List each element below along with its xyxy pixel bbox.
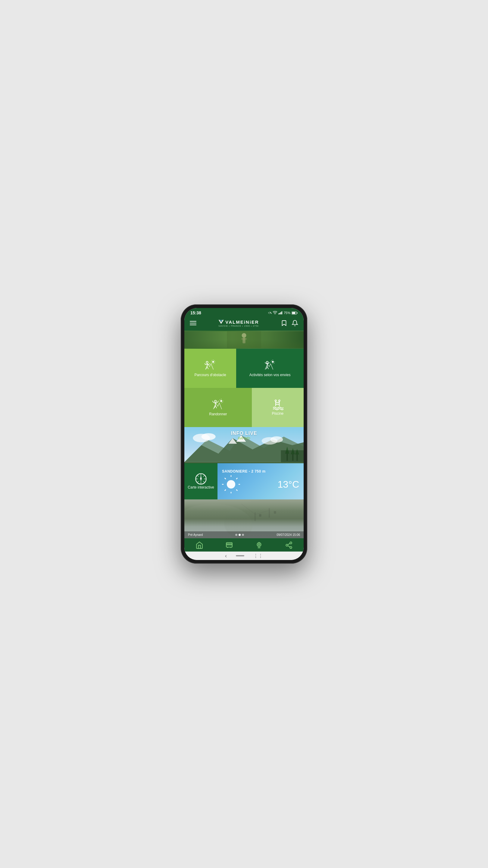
- svg-marker-9: [219, 320, 224, 324]
- logo-subtitle: SAVOIE • FRANCE • 1500 • 2750: [218, 325, 259, 327]
- home-gesture[interactable]: [236, 555, 244, 556]
- svg-line-28: [207, 364, 209, 364]
- info-live-section[interactable]: INFO LIVE live info: [184, 427, 304, 463]
- compass-icon: [195, 472, 207, 485]
- activites-label: Activités selon vos envies: [250, 373, 291, 378]
- svg-point-65: [275, 400, 276, 401]
- svg-point-66: [278, 400, 280, 401]
- svg-line-38: [271, 360, 271, 361]
- parcours-icon: [204, 359, 216, 373]
- svg-point-117: [257, 542, 261, 547]
- battery-text: 75%: [284, 311, 290, 315]
- dot-2[interactable]: [238, 534, 241, 536]
- svg-line-56: [216, 405, 217, 408]
- svg-rect-2: [278, 313, 279, 314]
- grid-row-2: Randonner Piscine: [184, 388, 304, 427]
- svg-line-91: [198, 475, 198, 476]
- svg-line-101: [236, 490, 237, 491]
- svg-line-52: [222, 402, 223, 402]
- svg-point-16: [212, 361, 214, 363]
- recents-gesture[interactable]: ⋮⋮: [253, 553, 263, 559]
- sun-icon: [222, 475, 240, 493]
- nav-webcam[interactable]: [255, 541, 263, 549]
- webcam-overlay: Pré Aynard 09/07/2024 15:06: [184, 531, 304, 538]
- phone-screen: 15:38 75%: [184, 308, 304, 560]
- svg-rect-7: [297, 312, 298, 313]
- svg-line-32: [209, 363, 209, 365]
- svg-line-43: [267, 367, 268, 369]
- svg-line-102: [236, 478, 237, 479]
- svg-line-122: [288, 546, 290, 547]
- hero-bg: [184, 331, 304, 349]
- nav-transport[interactable]: [225, 541, 233, 549]
- nav-share[interactable]: [285, 541, 293, 549]
- info-live-subtitle: live info: [184, 436, 304, 440]
- weather-cell[interactable]: SANDONIERE - 2 750 m 13°C: [218, 463, 304, 499]
- bottom-nav: [184, 538, 304, 552]
- dot-3[interactable]: [242, 534, 244, 536]
- parcours-label: Parcours d'obstacle: [195, 373, 226, 378]
- logo-text: VALMEiNiER: [225, 319, 259, 324]
- svg-point-13: [241, 333, 246, 338]
- svg-line-92: [203, 481, 204, 482]
- webcam-dots: [235, 534, 244, 536]
- svg-line-31: [205, 363, 205, 365]
- logo-area: VALMEiNiER SAVOIE • FRANCE • 1500 • 2750: [218, 319, 259, 327]
- weather-main: 13°C: [222, 475, 299, 493]
- svg-point-53: [215, 400, 216, 402]
- info-live-text: INFO LIVE live info: [184, 431, 304, 440]
- svg-line-24: [212, 363, 212, 363]
- svg-point-118: [258, 544, 260, 545]
- svg-rect-3: [279, 313, 280, 314]
- webcam-name: Pré Aynard: [188, 533, 203, 536]
- grid-row-1: Parcours d'obstacle: [184, 349, 304, 388]
- svg-line-108: [255, 510, 270, 515]
- bottom-row: Carte interactive SANDONIERE - 2 750 m: [184, 463, 304, 499]
- piscine-cell[interactable]: Piscine: [252, 388, 304, 427]
- phone-frame: 15:38 75%: [181, 304, 307, 564]
- svg-line-103: [225, 490, 226, 491]
- webcam-date: 09/07/2024 15:06: [276, 533, 300, 536]
- svg-line-59: [213, 401, 213, 402]
- svg-line-23: [215, 360, 215, 361]
- home-icon: [195, 541, 203, 549]
- activites-cell[interactable]: Activités selon vos envies: [236, 349, 304, 388]
- nav-home[interactable]: [195, 541, 203, 549]
- weather-location: SANDONIERE - 2 750 m: [222, 469, 299, 473]
- randonner-cell[interactable]: Randonner: [184, 388, 252, 427]
- webcam-icon: [255, 541, 263, 549]
- parcours-cell[interactable]: Parcours d'obstacle: [184, 349, 236, 388]
- carte-cell[interactable]: Carte interactive: [184, 463, 218, 499]
- back-gesture[interactable]: ‹: [225, 553, 227, 559]
- svg-rect-4: [281, 312, 281, 315]
- webcam-strip[interactable]: Pré Aynard 09/07/2024 15:06: [184, 499, 304, 538]
- logo: VALMEiNiER: [218, 319, 259, 325]
- svg-rect-8: [292, 312, 295, 314]
- header-actions: [281, 320, 298, 327]
- svg-rect-112: [274, 511, 276, 514]
- battery-icon: [292, 311, 298, 315]
- svg-rect-111: [259, 514, 261, 517]
- dot-1[interactable]: [235, 534, 237, 536]
- weather-temperature: 13°C: [278, 479, 299, 490]
- svg-point-119: [290, 542, 292, 544]
- piscine-icon: [272, 399, 284, 411]
- hero-image: [184, 331, 304, 349]
- share-icon: [285, 541, 293, 549]
- svg-point-95: [227, 480, 235, 489]
- svg-rect-15: [241, 338, 247, 339]
- svg-point-120: [286, 544, 288, 547]
- wifi-icon: [273, 311, 277, 315]
- mute-icon: [267, 311, 272, 315]
- svg-point-25: [206, 361, 208, 363]
- bell-icon[interactable]: [292, 320, 298, 327]
- svg-line-107: [241, 504, 255, 515]
- svg-rect-5: [281, 311, 282, 314]
- hamburger-menu[interactable]: [190, 321, 196, 325]
- svg-line-30: [207, 367, 208, 369]
- bus-icon: [225, 541, 233, 549]
- svg-line-60: [218, 401, 218, 402]
- randonner-label: Randonner: [209, 412, 227, 417]
- svg-line-123: [288, 544, 290, 545]
- bookmark-icon[interactable]: [281, 320, 287, 327]
